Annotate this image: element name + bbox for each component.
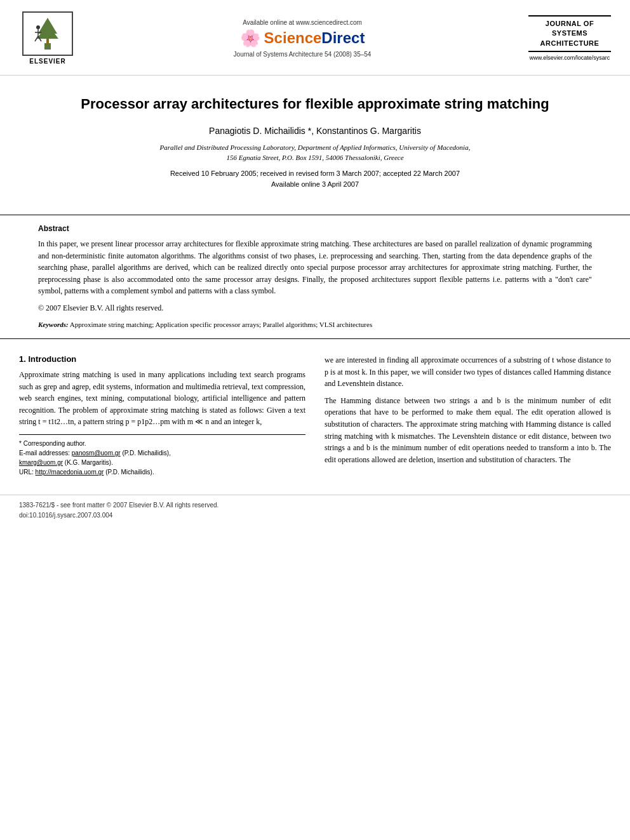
email2[interactable]: kmarg@uom.gr <box>19 459 63 466</box>
section1-para1: Approximate string matching is used in m… <box>19 369 305 428</box>
abstract-section: Abstract In this paper, we present linea… <box>0 224 630 330</box>
elsevier-logo-box <box>22 11 73 56</box>
email-label: E-mail addresses: <box>19 450 70 457</box>
col-left: 1. Introduction Approximate string match… <box>19 354 309 477</box>
footnote-url: URL: http://macedonia.uom.gr (P.D. Micha… <box>19 467 305 477</box>
header: ELSEVIER Available online at www.science… <box>0 0 630 76</box>
issn-line: 1383-7621/$ - see front matter © 2007 El… <box>19 500 611 510</box>
dates: Received 10 February 2005; received in r… <box>38 168 592 190</box>
article-header: Processor array architectures for flexib… <box>0 76 630 206</box>
email2-person: (K.G. Margaritis). <box>65 459 113 466</box>
section1-para3: The Hamming distance between two strings… <box>325 395 611 466</box>
abstract-text: In this paper, we present linear process… <box>38 238 592 297</box>
section1-title: 1. Introduction <box>19 354 305 364</box>
sciencedirect-logo: 🌸 ScienceDirect <box>89 29 516 48</box>
article-title: Processor array architectures for flexib… <box>38 95 592 114</box>
email1-person: (P.D. Michailidis), <box>122 450 171 457</box>
svg-point-4 <box>36 25 40 29</box>
col-right: we are interested in finding all approxi… <box>321 354 611 477</box>
svg-rect-0 <box>44 43 51 50</box>
doi-line: doi:10.1016/j.sysarc.2007.03.004 <box>19 510 611 521</box>
url-label: URL: <box>19 469 34 476</box>
keywords-line: Keywords: Approximate string matching; A… <box>38 319 592 330</box>
header-right: JOURNAL OF SYSTEMS ARCHITECTURE www.else… <box>528 15 611 61</box>
keywords-label: Keywords: <box>38 321 69 328</box>
header-center: Available online at www.sciencedirect.co… <box>76 19 528 58</box>
elsevier-text: ELSEVIER <box>29 58 65 65</box>
email1[interactable]: panosm@uom.gr <box>72 450 121 457</box>
page: ELSEVIER Available online at www.science… <box>0 0 630 840</box>
abstract-copyright: © 2007 Elsevier B.V. All rights reserved… <box>38 302 592 314</box>
keywords-text: Approximate string matching; Application… <box>70 321 372 328</box>
journal-name-box: JOURNAL OF SYSTEMS ARCHITECTURE <box>528 15 611 52</box>
sd-flower-icon: 🌸 <box>240 29 260 48</box>
url-person: (P.D. Michailidis). <box>105 469 154 476</box>
website-line: www.elsevier.com/locate/sysarc <box>528 55 611 61</box>
available-online: Available online at www.sciencedirect.co… <box>89 19 516 26</box>
abstract-divider <box>0 215 630 215</box>
main-content: 1. Introduction Approximate string match… <box>0 348 630 490</box>
body-divider <box>0 338 630 339</box>
sd-brand-text: ScienceDirect <box>264 29 365 47</box>
section1-para2: we are interested in finding all approxi… <box>325 354 611 390</box>
journal-subtext: Journal of Systems Architecture 54 (2008… <box>89 51 516 58</box>
authors: Panagiotis D. Michailidis *, Konstantino… <box>38 126 592 136</box>
elsevier-logo: ELSEVIER <box>19 11 76 65</box>
bottom-bar: 1383-7621/$ - see front matter © 2007 El… <box>0 495 630 526</box>
footnote-left-col: * Corresponding author. E-mail addresses… <box>19 434 305 477</box>
footnote-star: * Corresponding author. <box>19 439 305 448</box>
url-link[interactable]: http://macedonia.uom.gr <box>36 469 104 476</box>
affiliation: Parallel and Distributed Processing Labo… <box>38 142 592 163</box>
footnote-email: E-mail addresses: panosm@uom.gr (P.D. Mi… <box>19 448 305 467</box>
abstract-heading: Abstract <box>38 224 592 233</box>
